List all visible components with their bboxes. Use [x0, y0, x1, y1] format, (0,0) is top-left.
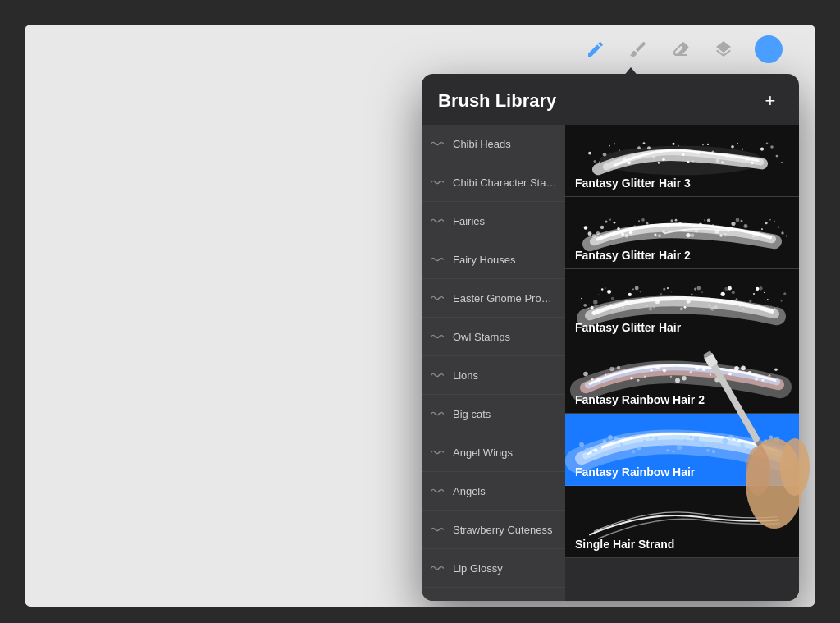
svg-point-5	[603, 153, 607, 156]
panel-arrow	[623, 67, 639, 77]
brush-item-fantasy-rainbow-1[interactable]: Fantasy Rainbow Hair	[565, 414, 799, 486]
svg-point-65	[675, 219, 678, 222]
svg-point-40	[776, 155, 778, 158]
category-item-fairies[interactable]: Fairies	[422, 202, 565, 240]
svg-point-140	[739, 305, 742, 307]
svg-point-217	[757, 445, 761, 449]
category-item-angel-wings[interactable]: Angel Wings	[422, 433, 565, 472]
svg-point-219	[769, 435, 774, 439]
category-item-lip-glossy[interactable]: Lip Glossy	[422, 549, 565, 588]
brush-item-fantasy-rainbow-2[interactable]: ❯ Fantasy Rainbow Hair 2	[565, 341, 799, 414]
smudge-icon[interactable]	[627, 38, 650, 61]
svg-point-187	[585, 447, 590, 452]
svg-point-162	[630, 377, 633, 379]
svg-point-170	[682, 376, 686, 380]
svg-point-131	[709, 305, 710, 306]
brush-name: Single Hair Strand	[575, 538, 674, 551]
category-label: Angel Wings	[453, 447, 513, 459]
svg-point-61	[658, 234, 661, 237]
svg-point-137	[728, 286, 732, 291]
category-item-fairy-houses[interactable]: Fairy Houses	[422, 240, 565, 279]
svg-point-74	[712, 224, 714, 227]
svg-point-183	[769, 374, 771, 377]
svg-point-63	[665, 223, 669, 227]
svg-point-193	[620, 443, 623, 447]
category-wave-icon	[428, 443, 446, 461]
svg-point-189	[596, 445, 601, 450]
category-label: Chibi Heads	[453, 138, 511, 150]
category-label: Owl Stamps	[453, 331, 510, 343]
category-item-big-cats[interactable]: Big cats	[422, 395, 565, 433]
svg-point-166	[655, 365, 660, 369]
svg-point-205	[689, 436, 692, 438]
brush-item-single-hair[interactable]: ❯ Single Hair Strand	[565, 486, 799, 558]
svg-point-12	[637, 146, 641, 149]
svg-point-105	[619, 308, 620, 309]
svg-point-201	[666, 449, 669, 451]
svg-point-176	[722, 378, 725, 381]
svg-point-209	[712, 450, 716, 454]
pencil-icon[interactable]	[584, 38, 607, 61]
svg-point-10	[628, 162, 631, 165]
layers-icon[interactable]	[712, 38, 735, 61]
svg-point-39	[770, 145, 774, 149]
svg-point-86	[761, 228, 763, 230]
eraser-icon[interactable]	[669, 38, 692, 61]
svg-point-80	[736, 218, 740, 222]
svg-point-173	[702, 367, 706, 371]
category-label: Facial Hair	[453, 601, 504, 602]
svg-point-87	[765, 222, 767, 224]
color-picker[interactable]	[755, 35, 783, 63]
svg-point-147	[764, 292, 765, 293]
svg-point-84	[752, 234, 756, 237]
category-wave-icon	[428, 135, 446, 153]
svg-point-91	[781, 231, 783, 234]
svg-point-22	[687, 161, 690, 163]
svg-point-126	[691, 294, 692, 295]
category-item-owl-stamps[interactable]: Owl Stamps	[422, 318, 565, 356]
svg-point-32	[737, 143, 738, 144]
brush-name: Fantasy Glitter Hair	[575, 321, 681, 334]
svg-point-71	[699, 223, 702, 227]
svg-point-116	[655, 300, 660, 304]
category-item-strawberry-cuteness[interactable]: Strawberry Cuteness	[422, 511, 565, 549]
category-wave-icon	[428, 405, 446, 423]
category-item-angels[interactable]: Angels	[422, 472, 565, 511]
svg-point-125	[687, 300, 691, 304]
category-item-facial-hair[interactable]: Facial Hair	[422, 588, 565, 601]
svg-point-89	[774, 221, 775, 222]
svg-point-206	[694, 437, 699, 442]
svg-point-64	[670, 219, 673, 222]
brush-name: Fantasy Glitter Hair 2	[575, 249, 691, 262]
brush-item-fantasy-glitter-2[interactable]: ❯ Fantasy Glitter Hair 2	[565, 197, 799, 269]
category-list: Chibi Heads Chibi Character Stam... Fair…	[422, 125, 565, 601]
svg-point-191	[608, 435, 613, 440]
category-label: Lip Glossy	[453, 562, 503, 575]
svg-point-29	[721, 161, 724, 164]
svg-point-214	[740, 442, 745, 447]
svg-point-146	[759, 286, 762, 290]
svg-point-26	[707, 144, 709, 145]
svg-point-24	[696, 152, 700, 155]
svg-point-3	[593, 160, 596, 163]
category-item-easter-gnome[interactable]: Easter Gnome Procre...	[422, 279, 565, 318]
svg-point-156	[591, 378, 593, 380]
svg-point-56	[638, 220, 640, 222]
svg-point-179	[741, 366, 746, 371]
category-wave-icon	[428, 482, 446, 500]
category-item-chibi-character[interactable]: Chibi Character Stam...	[422, 163, 565, 202]
category-item-chibi-heads[interactable]: Chibi Heads	[422, 125, 565, 163]
svg-point-158	[605, 373, 606, 375]
brush-item-fantasy-glitter-3[interactable]: ❯ Fantasy Glitter Hair 3	[565, 125, 799, 197]
svg-point-58	[646, 222, 649, 225]
svg-point-33	[742, 149, 743, 150]
svg-point-50	[614, 222, 616, 224]
svg-point-115	[653, 306, 655, 308]
svg-point-100	[601, 288, 604, 291]
add-brush-button[interactable]: +	[758, 89, 783, 113]
brush-item-fantasy-glitter-1[interactable]: ❯ Fantasy Glitter Hair	[565, 269, 799, 341]
svg-point-120	[671, 291, 672, 292]
svg-point-203	[677, 445, 682, 450]
svg-point-17	[662, 158, 664, 161]
category-item-lions[interactable]: Lions	[422, 356, 565, 395]
